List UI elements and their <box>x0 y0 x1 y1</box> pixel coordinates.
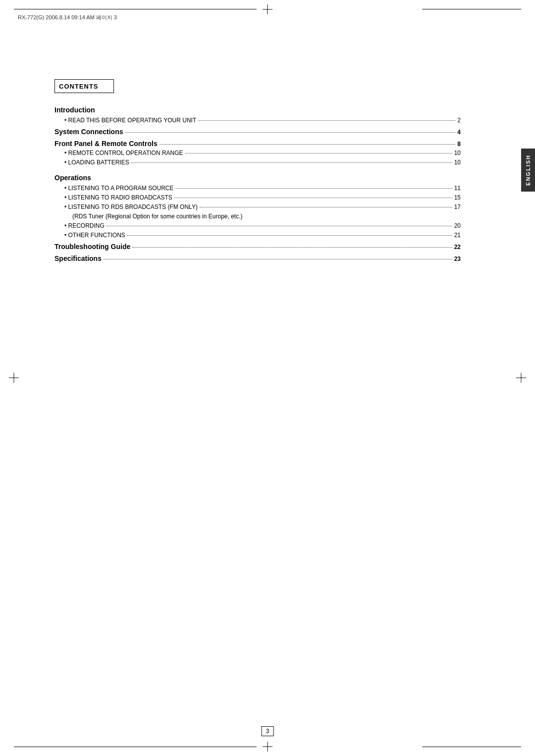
border-bottom-right <box>422 747 521 747</box>
toc-system-connections: System Connections 4 <box>54 128 461 136</box>
main-content: CONTENTS Introduction • READ THIS BEFORE… <box>54 79 461 264</box>
toc-system-connections-dots <box>125 132 455 133</box>
english-tab-label: ENGLISH <box>525 154 531 186</box>
toc-listening-rds-dots <box>200 207 452 207</box>
border-top-left <box>14 9 257 9</box>
toc-listening-radio-dots <box>174 198 452 198</box>
toc-listening-program-dots <box>175 188 452 189</box>
toc-front-panel-label: Front Panel & Remote Controls <box>54 140 158 148</box>
toc-troubleshooting: Troubleshooting Guide 22 <box>54 243 461 251</box>
toc-front-panel-page: 8 <box>457 141 461 148</box>
toc-loading-batteries-page: 10 <box>454 159 461 166</box>
toc-system-connections-label: System Connections <box>54 128 123 136</box>
print-header: RX-772(G) 2006.8.14 09:14 AM 페이지 3 <box>18 14 117 21</box>
crosshair-right <box>516 373 526 383</box>
toc-remote-control-label: • REMOTE CONTROL OPERATION RANGE <box>64 150 183 156</box>
toc-listening-radio-label: • LISTENING TO RADIO BROADCASTS <box>64 194 172 201</box>
toc-loading-batteries: • LOADING BATTERIES 10 <box>64 159 461 166</box>
english-tab: ENGLISH <box>521 149 535 192</box>
toc-specifications-page: 23 <box>454 255 461 262</box>
crosshair-left <box>9 373 19 383</box>
toc-listening-radio-page: 15 <box>454 194 461 201</box>
toc-recording-page: 20 <box>454 222 461 229</box>
toc-recording-dots <box>107 226 452 226</box>
border-top-right <box>422 9 521 9</box>
toc-listening-rds: • LISTENING TO RDS BROADCASTS (FM ONLY) … <box>64 203 461 210</box>
toc-remote-control: • REMOTE CONTROL OPERATION RANGE 10 <box>64 150 461 156</box>
toc-front-panel: Front Panel & Remote Controls 8 <box>54 140 461 148</box>
toc-loading-batteries-dots <box>131 162 452 163</box>
toc-other-functions-label: • OTHER FUNCTIONS <box>64 232 125 239</box>
toc-troubleshooting-page: 22 <box>454 244 461 251</box>
toc-listening-program-label: • LISTENING TO A PROGRAM SOURCE <box>64 185 173 192</box>
toc-specifications: Specifications 23 <box>54 254 461 262</box>
page: RX-772(G) 2006.8.14 09:14 AM 페이지 3 ENGLI… <box>0 0 535 756</box>
toc-other-functions-page: 21 <box>454 232 461 239</box>
toc-other-functions: • OTHER FUNCTIONS 21 <box>64 232 461 239</box>
toc-front-panel-dots <box>160 144 456 145</box>
toc-read-this-dots <box>198 120 455 121</box>
toc-read-this-label: • READ THIS BEFORE OPERATING YOUR UNIT <box>64 117 196 124</box>
toc-recording: • RECORDING 20 <box>64 222 461 229</box>
contents-box: CONTENTS <box>54 79 114 93</box>
toc-remote-control-page: 10 <box>454 150 461 156</box>
toc-troubleshooting-dots <box>132 247 452 248</box>
toc-listening-program: • LISTENING TO A PROGRAM SOURCE 11 <box>64 185 461 192</box>
toc-remote-control-dots <box>185 153 452 153</box>
toc-specifications-label: Specifications <box>54 254 102 262</box>
section-operations: Operations <box>54 174 461 182</box>
toc-listening-radio: • LISTENING TO RADIO BROADCASTS 15 <box>64 194 461 201</box>
section-introduction: Introduction <box>54 106 461 114</box>
toc-listening-rds-page: 17 <box>454 203 461 210</box>
page-number: 3 <box>262 726 274 736</box>
toc-troubleshooting-label: Troubleshooting Guide <box>54 243 130 251</box>
contents-title: CONTENTS <box>59 83 99 90</box>
toc-listening-program-page: 11 <box>454 185 461 192</box>
toc-specifications-dots <box>104 259 452 259</box>
border-bottom-left <box>14 747 257 747</box>
crosshair-top <box>263 4 272 14</box>
toc-read-this-page: 2 <box>457 117 461 124</box>
toc-loading-batteries-label: • LOADING BATTERIES <box>64 159 129 166</box>
toc-recording-label: • RECORDING <box>64 222 105 229</box>
toc-listening-rds-label: • LISTENING TO RDS BROADCASTS (FM ONLY) <box>64 203 198 210</box>
toc-rds-note: (RDS Tuner (Regional Option for some cou… <box>72 213 461 220</box>
crosshair-bottom <box>263 742 272 752</box>
toc-system-connections-page: 4 <box>457 129 461 136</box>
toc-read-this: • READ THIS BEFORE OPERATING YOUR UNIT 2 <box>64 117 461 124</box>
toc-other-functions-dots <box>127 235 452 236</box>
